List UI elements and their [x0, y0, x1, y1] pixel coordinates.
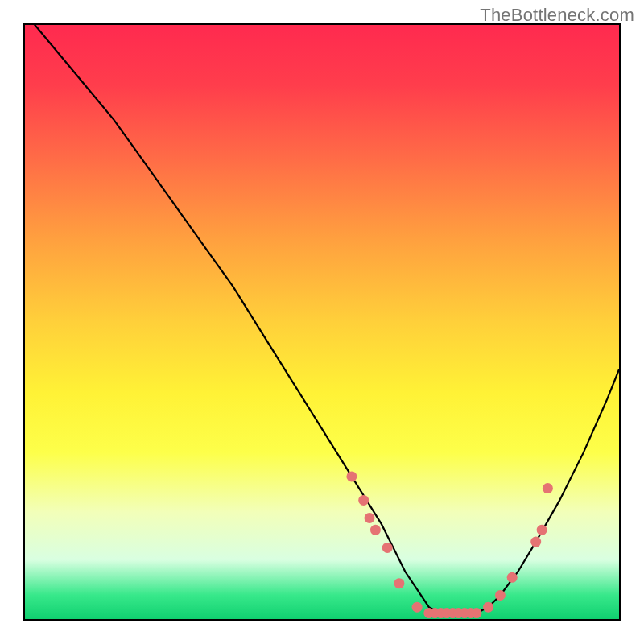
data-markers [346, 471, 553, 618]
data-marker [412, 602, 423, 613]
watermark-text: TheBottleneck.com [480, 5, 634, 26]
data-marker [507, 572, 518, 583]
chart-frame: TheBottleneck.com [0, 0, 644, 644]
data-marker [530, 537, 541, 547]
plot-overlay [25, 25, 619, 619]
data-marker [382, 543, 393, 553]
data-marker [346, 471, 357, 481]
data-marker [537, 525, 547, 535]
data-marker [495, 590, 506, 601]
data-marker [483, 602, 493, 613]
data-marker [365, 513, 375, 523]
data-marker [394, 578, 404, 588]
data-marker [358, 495, 369, 506]
bottleneck-curve [25, 25, 619, 613]
data-marker [471, 608, 481, 618]
data-marker [543, 483, 553, 493]
plot-border [23, 23, 621, 621]
data-marker [370, 525, 381, 535]
